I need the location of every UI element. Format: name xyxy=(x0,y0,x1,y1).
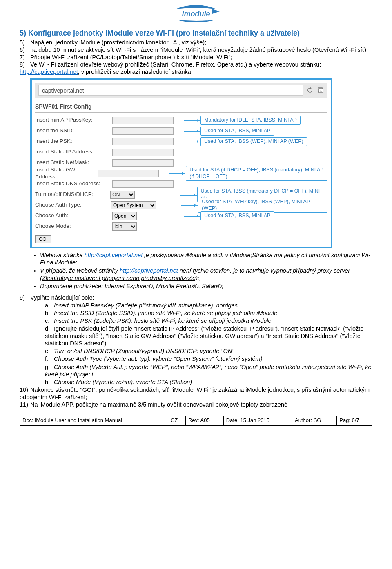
config-label: Insert Static NetMask: xyxy=(35,159,111,166)
fieldset-legend: SPWF01 First Config xyxy=(35,103,327,111)
config-select[interactable]: Idle xyxy=(112,222,137,231)
substep-h: h.Choose Mode (Vyberte režim): vyberte S… xyxy=(45,378,372,386)
config-input[interactable] xyxy=(112,149,174,156)
captiveportal-link[interactable]: http://captiveportal.net xyxy=(20,69,78,75)
svg-text:1: 1 xyxy=(320,89,322,93)
step-text: Nakonec stiskněte "GO!"; po několika sek… xyxy=(20,387,370,400)
sub-text: Turn on/off DNS/DHCP (Zapnout/vypnout) D… xyxy=(54,348,234,354)
go-button[interactable]: GO! xyxy=(35,235,51,243)
notes-list: Webová stránka http://captiveportal.net … xyxy=(40,251,372,290)
logo: imodule xyxy=(20,3,372,24)
substep-g: g.Choose Auth (Vyberte Aut.): vyberte "W… xyxy=(45,363,372,378)
step-text: na dobu 10 minut se aktivuje síť Wi -Fi … xyxy=(30,47,368,53)
step-text: Napájení jednotky iModule (prostřednictv… xyxy=(30,39,206,46)
config-label: Choose Auth Type: xyxy=(35,202,109,209)
config-label: Insert Static GW Address: xyxy=(35,167,96,180)
config-callout: Used for STA, IBSS, MINI AP xyxy=(200,127,274,136)
reload-icon[interactable] xyxy=(306,87,314,94)
sub-text: Ignorujte následující čtyři pole "Insert… xyxy=(45,325,363,347)
step-text: ; v prohlížeči se zobrazí následující st… xyxy=(78,69,193,75)
config-callout: Used for STA, IBSS, MINI AP xyxy=(200,211,274,220)
config-input[interactable] xyxy=(112,117,174,124)
sub-marker: a. xyxy=(45,302,54,309)
step-marker: 11) xyxy=(20,401,30,408)
sub-text: Insert the SSID (Zadejte SSID): jméno sí… xyxy=(54,310,277,316)
config-input[interactable] xyxy=(98,170,159,177)
footer-date: Date: 15 Jan 2015 xyxy=(223,416,292,425)
config-row: Insert the SSID:Used for STA, IBSS, MINI… xyxy=(35,126,327,136)
sub-marker: b. xyxy=(45,309,54,317)
tabs-icon[interactable]: 1 xyxy=(317,87,324,94)
step-marker: 7) xyxy=(20,53,30,61)
sub-text: Choose Auth (Vyberte Aut.): vyberte "WEP… xyxy=(45,364,372,378)
substep-e: e.Turn on/off DNS/DHCP (Zapnout/vypnout)… xyxy=(45,347,372,355)
footer-rev: Rev: A05 xyxy=(185,416,223,425)
captiveportal-link[interactable]: http://captiveportal.net xyxy=(120,267,178,274)
config-select[interactable]: Open System xyxy=(111,201,156,209)
step-text: Vyplňte následující pole: xyxy=(30,294,94,301)
footer-table: Doc: iModule User and Installation Manua… xyxy=(20,416,372,425)
substep-c: c.Insert the PSK (Zadejte PSK): heslo sí… xyxy=(45,317,372,325)
substep-f: f.Choose Auth Type (Vyberte aut. typ): v… xyxy=(45,355,372,362)
substep-b: b.Insert the SSID (Zadejte SSID): jméno … xyxy=(45,309,372,317)
url-field[interactable]: captiveportal.net xyxy=(38,85,303,96)
step-marker: 10) xyxy=(20,386,30,393)
step-marker: 5) xyxy=(20,39,30,46)
config-select[interactable]: Open xyxy=(112,212,137,220)
config-row: Insert Static IP Address: xyxy=(35,147,327,158)
step-9: 9)Vyplňte následující pole: xyxy=(20,294,372,301)
browser-urlbar: captiveportal.net 1 xyxy=(35,83,327,98)
config-input[interactable] xyxy=(112,127,174,135)
sub-marker: d. xyxy=(45,325,54,332)
config-row: Choose Auth Type:Open SystemUsed for STA… xyxy=(35,200,327,211)
note-text: Webová stránka xyxy=(40,252,85,258)
step-10: 10)Nakonec stiskněte "GO!"; po několika … xyxy=(20,386,372,401)
config-callout: Mandatory for IDLE, STA, IBSS, MINI AP xyxy=(200,116,301,125)
config-label: Insert Static DNS Address: xyxy=(35,180,111,187)
config-callout: Used for STA, IBSS (WEP), MINI AP (WEP) xyxy=(200,137,307,146)
step-5: 5)Napájení jednotky iModule (prostřednic… xyxy=(20,39,372,46)
footer-doc: Doc: iModule User and Installation Manua… xyxy=(20,416,168,425)
sub-text: Choose Auth Type (Vyberte aut. typ): vyb… xyxy=(54,356,263,362)
step-11: 11)Na iModule APP, počkejte na maximálně… xyxy=(20,401,372,408)
config-screenshot: captiveportal.net 1 SPWF01 First Config … xyxy=(30,78,332,248)
config-row: Insert miniAP PassKey:Mandatory for IDLE… xyxy=(35,115,327,126)
sub-text: Choose Mode (Vyberte režim): vyberte STA… xyxy=(54,379,192,385)
sub-marker: h. xyxy=(45,378,54,386)
sub-marker: c. xyxy=(45,317,54,325)
config-input[interactable] xyxy=(112,138,174,145)
step-text: Připojte Wi-Fi zařízení (PC/Laptop/Table… xyxy=(30,54,232,60)
svg-text:imodule: imodule xyxy=(182,10,210,18)
substep-d: d.Ignorujte následující čtyři pole "Inse… xyxy=(45,325,372,347)
step-marker: 9) xyxy=(20,294,30,301)
config-label: Insert Static IP Address: xyxy=(35,149,111,156)
config-label: Insert the PSK: xyxy=(35,138,111,145)
sub-marker: g. xyxy=(45,363,54,371)
config-callout: Used for STA (WEP key), IBSS (WEP), MINI… xyxy=(198,198,327,213)
config-row: Insert Static GW Address:Used for STA (i… xyxy=(35,168,327,179)
footer-lang: CZ xyxy=(168,416,186,425)
step-8: 8)Ve Wi - Fi zařízení otevřete webový pr… xyxy=(20,61,372,76)
sub-marker: e. xyxy=(45,347,54,355)
config-input[interactable] xyxy=(112,159,174,167)
step-6: 6)na dobu 10 minut se aktivuje síť Wi -F… xyxy=(20,46,372,53)
config-row: Choose Mode:Idle xyxy=(35,221,327,232)
step-text: Ve Wi - Fi zařízení otevřete webový proh… xyxy=(30,61,321,68)
sub-text: Insert miniAP PassKey (Zadejte přístupov… xyxy=(54,302,238,309)
note-text: V případě, že webové stránky xyxy=(40,267,120,274)
note-item: V případě, že webové stránky http://capt… xyxy=(40,267,372,282)
note-item: Doporučené prohlížeče: Internet Explorer… xyxy=(40,282,372,290)
step-text: Na iModule APP, počkejte na maximálně 3/… xyxy=(30,401,287,408)
note-item: Webová stránka http://captiveportal.net … xyxy=(40,251,372,266)
config-callout: Used for STA (if DHCP = OFF), IBSS (mand… xyxy=(186,166,327,181)
config-input[interactable] xyxy=(112,180,174,188)
heading-text: Konfigurace jednotky iModule verze Wi-Fi… xyxy=(28,29,300,37)
sub-text: Insert the PSK (Zadejte PSK): heslo sítě… xyxy=(54,318,272,324)
config-select[interactable]: ON xyxy=(110,191,135,199)
step-marker: 8) xyxy=(20,61,30,68)
captiveportal-link[interactable]: http://captiveportal.net xyxy=(85,252,143,258)
heading-marker: 5) xyxy=(20,29,26,37)
substep-a: a.Insert miniAP PassKey (Zadejte přístup… xyxy=(45,302,372,309)
config-label: Insert the SSID: xyxy=(35,127,111,134)
section-heading: 5) Konfigurace jednotky iModule verze Wi… xyxy=(20,29,372,38)
